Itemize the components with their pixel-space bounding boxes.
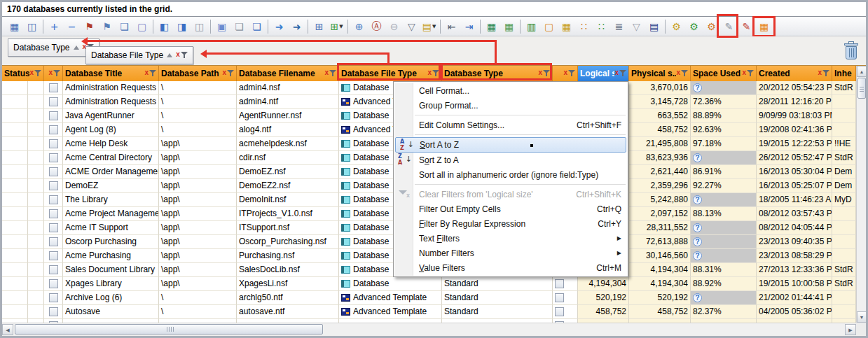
- row-checkbox[interactable]: [49, 181, 58, 190]
- filter-icon[interactable]: x: [614, 69, 626, 78]
- menu-item-sort-z-to-a[interactable]: ZA↓Sort Z to A: [394, 153, 628, 167]
- select-cell-2[interactable]: [553, 277, 578, 291]
- import-sheet-icon[interactable]: ▦: [483, 19, 500, 34]
- row-checkbox[interactable]: [49, 293, 58, 302]
- column-header-path[interactable]: Database Pathx: [159, 66, 237, 81]
- unflag-rows-icon[interactable]: ⚑: [98, 19, 116, 34]
- row-checkbox[interactable]: [49, 125, 58, 134]
- row-checkbox[interactable]: [49, 307, 58, 316]
- find-text-icon[interactable]: Ⓐ: [368, 19, 385, 34]
- selection-mode-icon[interactable]: ▣: [213, 19, 230, 34]
- menu-item-text-filters[interactable]: Text Filters▶: [394, 231, 628, 246]
- row-checkbox[interactable]: [49, 251, 58, 260]
- copy-icon[interactable]: ❏: [230, 19, 248, 34]
- select-cell[interactable]: [44, 81, 63, 95]
- edit-doc-red-icon[interactable]: ✎: [738, 19, 755, 34]
- column-header-check2[interactable]: x: [553, 66, 578, 81]
- collapse-panel-icon[interactable]: ⇤: [443, 19, 460, 34]
- filter-icon[interactable]: x: [176, 51, 188, 59]
- select-cell[interactable]: [44, 179, 63, 193]
- horizontal-scroll-thumb[interactable]: [15, 324, 323, 335]
- scroll-left-button[interactable]: ◀: [2, 324, 13, 335]
- row-checkbox[interactable]: [49, 209, 58, 218]
- select-cell-2[interactable]: [553, 305, 578, 319]
- filter-icon[interactable]: x: [818, 69, 829, 78]
- hierarchy-green-icon[interactable]: ∷: [593, 19, 610, 34]
- filter-icon[interactable]: x: [144, 69, 156, 78]
- menu-item-filter-by-regular-expression[interactable]: Filter By Regular ExpressionCtrl+Y: [394, 216, 628, 231]
- remove-rows-icon[interactable]: −: [63, 19, 81, 34]
- menu-item-edit-column-settings[interactable]: Edit Column Settings...Ctrl+Shift+F: [394, 118, 628, 132]
- column-header-dbtype[interactable]: Database Typex: [442, 66, 553, 81]
- menu-item-value-filters[interactable]: Value FiltersCtrl+M: [394, 260, 628, 275]
- column-header-space[interactable]: Space Usedx: [691, 66, 757, 81]
- grid-view-icon[interactable]: ◫: [23, 19, 41, 34]
- filter-icon[interactable]: x: [427, 69, 439, 78]
- horizontal-scrollbar[interactable]: ◀ ▶: [2, 323, 856, 335]
- export-sheet-icon[interactable]: ▦: [500, 19, 518, 34]
- select-cell[interactable]: [44, 137, 63, 151]
- console-icon[interactable]: ▤: [645, 19, 663, 34]
- row-checkbox[interactable]: [49, 265, 58, 274]
- filter-icon[interactable]: x: [742, 69, 754, 78]
- row-checkbox[interactable]: [49, 153, 58, 162]
- edit-doc-icon[interactable]: ✎: [720, 19, 738, 34]
- row-checkbox[interactable]: [49, 195, 58, 204]
- menu-item-group-format[interactable]: Group Format...: [394, 98, 628, 113]
- filter-funnel-icon[interactable]: ▽: [628, 19, 645, 34]
- freeze-left-column-icon[interactable]: ◧: [156, 19, 173, 34]
- refresh-gear-icon[interactable]: ⚙: [685, 19, 703, 34]
- menu-item-clear-filters-from-logical-size[interactable]: Clear Filters from 'Logical size'Ctrl+Sh…: [394, 187, 628, 202]
- columns-icon[interactable]: ▥: [523, 19, 540, 34]
- row-checkbox[interactable]: [555, 279, 564, 288]
- row-checkbox[interactable]: [49, 223, 58, 232]
- vertical-scroll-thumb[interactable]: [857, 78, 866, 99]
- grid-settings-icon[interactable]: ▦: [6, 19, 23, 34]
- row-checkbox[interactable]: [49, 167, 58, 176]
- column-header-status[interactable]: Statusx: [2, 66, 44, 81]
- row-checkbox[interactable]: [49, 83, 58, 92]
- duplicate-rows-icon[interactable]: ❏: [116, 19, 133, 34]
- column-header-title[interactable]: Database Titlex: [63, 66, 159, 81]
- scroll-up-button[interactable]: ▲: [857, 66, 867, 77]
- row-checkbox[interactable]: [49, 97, 58, 106]
- select-cell[interactable]: [44, 277, 63, 291]
- freeze-mid-column-icon[interactable]: ◨: [173, 19, 191, 34]
- row-checkbox[interactable]: [49, 279, 58, 288]
- column-header-filetype[interactable]: Database File Typex: [339, 66, 442, 81]
- grid-edit-icon[interactable]: ▦: [558, 19, 575, 34]
- select-cell[interactable]: [44, 207, 63, 221]
- select-cell[interactable]: [44, 109, 63, 123]
- flag-rows-icon[interactable]: ⚑: [81, 19, 98, 34]
- row-checkbox[interactable]: [49, 237, 58, 246]
- menu-item-sort-a-to-z[interactable]: AZ↓Sort A to Z: [395, 137, 626, 153]
- filter-icon[interactable]: x: [29, 69, 41, 78]
- zoom-out-icon[interactable]: ⊖: [385, 19, 403, 34]
- automation-gear-icon[interactable]: ⚙: [668, 19, 685, 34]
- column-header-filename[interactable]: Database Filenamex: [237, 66, 339, 81]
- flow-icon[interactable]: ≣: [610, 19, 628, 34]
- select-cell[interactable]: [44, 263, 63, 277]
- hierarchy-icon[interactable]: ∷: [575, 19, 593, 34]
- summary-grid-icon[interactable]: ▦: [755, 19, 773, 34]
- column-header-inherits[interactable]: Inhe: [832, 66, 856, 81]
- row-checkbox[interactable]: [49, 139, 58, 148]
- group-pill-database-file-type[interactable]: Database File Type x: [85, 46, 193, 64]
- window-icon[interactable]: ▢: [540, 19, 558, 34]
- column-header-logical[interactable]: Logical sizex: [578, 66, 629, 81]
- filter-icon[interactable]: x: [676, 69, 688, 78]
- trash-icon[interactable]: [843, 41, 859, 61]
- select-cell[interactable]: [44, 305, 63, 319]
- filter-icon[interactable]: x: [48, 69, 60, 78]
- row-checkbox[interactable]: [49, 111, 58, 120]
- column-header-created[interactable]: Createdx: [757, 66, 832, 81]
- select-cell[interactable]: [44, 291, 63, 305]
- select-cell-2[interactable]: [553, 291, 578, 305]
- column-header-physical[interactable]: Physical s...x: [629, 66, 691, 81]
- grid-checks-icon[interactable]: ⊞▼: [328, 19, 345, 34]
- filter-icon[interactable]: x: [538, 69, 550, 78]
- export-options-icon[interactable]: ➜: [288, 19, 305, 34]
- column-header-check[interactable]: x: [44, 66, 63, 81]
- copy-with-headers-icon[interactable]: ❏: [248, 19, 266, 34]
- filter-icon[interactable]: x: [324, 69, 336, 78]
